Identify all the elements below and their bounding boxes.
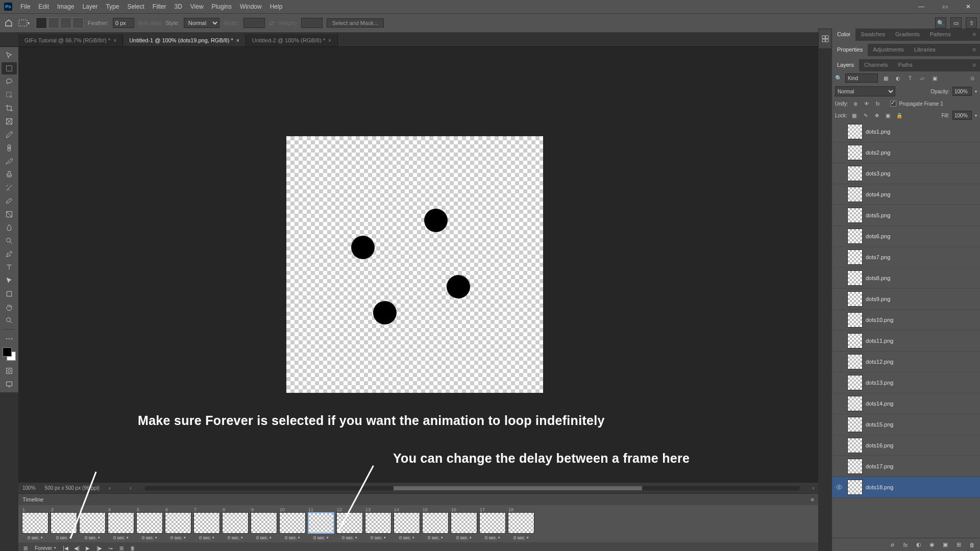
frame-delay[interactable]: 0 sec.▾ bbox=[342, 535, 357, 540]
gradient-tool[interactable] bbox=[2, 208, 17, 220]
style-select[interactable]: Normal bbox=[184, 18, 219, 28]
pen-tool[interactable] bbox=[2, 248, 17, 260]
lock-pixels-icon[interactable]: ✎ bbox=[862, 111, 870, 119]
layer-row[interactable]: dots4.png bbox=[832, 184, 980, 205]
layer-row[interactable]: dots5.png bbox=[832, 205, 980, 226]
brush-tool[interactable] bbox=[2, 155, 17, 167]
unify-visibility-icon[interactable]: 👁 bbox=[863, 99, 871, 108]
visibility-toggle[interactable] bbox=[834, 484, 844, 491]
marquee-preset-icon[interactable]: ▾ bbox=[18, 17, 30, 29]
share-icon[interactable]: ⇪ bbox=[966, 17, 977, 29]
frame-delay[interactable]: 0 sec.▾ bbox=[485, 535, 500, 540]
lock-transparent-icon[interactable]: ▦ bbox=[850, 111, 859, 119]
frame-delay[interactable]: 0 sec.▾ bbox=[142, 535, 157, 540]
frame-tool[interactable] bbox=[2, 115, 17, 128]
layer-row[interactable]: dots7.png bbox=[832, 247, 980, 268]
crop-tool[interactable] bbox=[2, 102, 17, 114]
timeline-frame[interactable]: 20 sec.▾ bbox=[50, 507, 78, 540]
workspace-icon[interactable]: ▭ bbox=[950, 17, 962, 29]
close-icon[interactable]: × bbox=[328, 38, 331, 43]
zoom-level[interactable]: 100% bbox=[22, 485, 36, 491]
lock-artboard-icon[interactable]: ▣ bbox=[884, 111, 892, 119]
layer-row[interactable]: dots16.png bbox=[832, 435, 980, 456]
timeline-frame[interactable]: 80 sec.▾ bbox=[222, 507, 249, 540]
tab-channels[interactable]: Channels bbox=[859, 59, 893, 71]
doc-tab-2[interactable]: Untitled-1 @ 100% (dots19.png, RGB/8) *× bbox=[123, 34, 246, 46]
filter-shape-icon[interactable]: ▱ bbox=[918, 73, 927, 83]
new-layer-icon[interactable]: ⊞ bbox=[954, 541, 963, 549]
selection-intersect[interactable] bbox=[72, 17, 84, 29]
doc-tab-3[interactable]: Untitled-2 @ 100% (RGB/8) *× bbox=[246, 34, 338, 46]
menu-type[interactable]: Type bbox=[102, 3, 123, 10]
lock-position-icon[interactable]: ✥ bbox=[873, 111, 881, 119]
foreground-color[interactable] bbox=[3, 347, 12, 357]
path-select-tool[interactable] bbox=[2, 274, 17, 287]
feather-input[interactable] bbox=[113, 18, 134, 28]
tab-gradients[interactable]: Gradients bbox=[890, 29, 925, 41]
frame-delay[interactable]: 0 sec.▾ bbox=[256, 535, 272, 540]
menu-image[interactable]: Image bbox=[53, 3, 78, 10]
menu-filter[interactable]: Filter bbox=[149, 3, 170, 10]
move-tool[interactable] bbox=[2, 49, 17, 61]
scroll-track[interactable] bbox=[145, 486, 799, 490]
timeline-frame[interactable]: 90 sec.▾ bbox=[250, 507, 278, 540]
timeline-frame[interactable]: 50 sec.▾ bbox=[136, 507, 163, 540]
delete-layer-icon[interactable]: 🗑 bbox=[968, 541, 976, 549]
layer-row[interactable]: dots10.png bbox=[832, 310, 980, 331]
prev-frame-icon[interactable]: ◀| bbox=[72, 544, 81, 551]
window-close[interactable]: ✕ bbox=[957, 0, 980, 13]
panel-menu-icon[interactable]: ≡ bbox=[969, 29, 980, 41]
selection-new[interactable] bbox=[36, 17, 47, 29]
home-icon[interactable] bbox=[3, 17, 14, 29]
artboard[interactable] bbox=[286, 136, 543, 393]
filter-pixel-icon[interactable]: ▦ bbox=[881, 73, 890, 83]
dodge-tool[interactable] bbox=[2, 235, 17, 247]
new-frame-icon[interactable]: ⊞ bbox=[117, 544, 126, 551]
layer-row[interactable]: dots11.png bbox=[832, 331, 980, 352]
panel-menu-icon[interactable]: ≡ bbox=[811, 496, 814, 503]
menu-view[interactable]: View bbox=[186, 3, 208, 10]
layer-row[interactable]: dots3.png bbox=[832, 163, 980, 184]
window-minimize[interactable]: — bbox=[910, 0, 933, 13]
quickmask-tool[interactable] bbox=[2, 365, 17, 377]
zoom-tool[interactable] bbox=[2, 314, 17, 327]
layer-row[interactable]: dots9.png bbox=[832, 289, 980, 310]
frame-delay[interactable]: 0 sec.▾ bbox=[85, 535, 100, 540]
doc-tab-1[interactable]: GIFs Tutorial @ 66.7% (RGB/8#) *× bbox=[18, 34, 123, 46]
menu-window[interactable]: Window bbox=[236, 3, 266, 10]
unify-style-icon[interactable]: fx bbox=[874, 99, 882, 108]
tab-adjustments[interactable]: Adjustments bbox=[868, 44, 909, 56]
edit-toolbar[interactable]: ⋯ bbox=[2, 332, 17, 344]
menu-3d[interactable]: 3D bbox=[170, 3, 186, 10]
timeline-frame[interactable]: 40 sec.▾ bbox=[107, 507, 135, 540]
menu-help[interactable]: Help bbox=[266, 3, 287, 10]
shape-tool[interactable] bbox=[2, 288, 17, 300]
layer-row[interactable]: dots15.png bbox=[832, 414, 980, 435]
frame-delay[interactable]: 0 sec.▾ bbox=[228, 535, 243, 540]
collapsed-panel-icon[interactable] bbox=[818, 29, 832, 49]
timeline-frame[interactable]: 60 sec.▾ bbox=[164, 507, 192, 540]
menu-plugins[interactable]: Plugins bbox=[208, 3, 236, 10]
canvas-area[interactable] bbox=[18, 47, 818, 482]
filter-smart-icon[interactable]: ▣ bbox=[930, 73, 939, 83]
stamp-tool[interactable] bbox=[2, 168, 17, 181]
close-icon[interactable]: × bbox=[113, 38, 116, 43]
type-tool[interactable] bbox=[2, 261, 17, 273]
next-frame-icon[interactable]: |▶ bbox=[95, 544, 103, 551]
object-select-tool[interactable] bbox=[2, 89, 17, 101]
timeline-frame[interactable]: 100 sec.▾ bbox=[279, 507, 306, 540]
unify-position-icon[interactable]: ⊕ bbox=[851, 99, 860, 108]
tab-color[interactable]: Color bbox=[832, 29, 855, 41]
tab-layers[interactable]: Layers bbox=[832, 59, 859, 71]
frame-delay[interactable]: 0 sec.▾ bbox=[28, 535, 43, 540]
layer-list[interactable]: dots1.pngdots2.pngdots3.pngdots4.pngdots… bbox=[832, 121, 980, 538]
healing-tool[interactable] bbox=[2, 142, 17, 154]
layer-row[interactable]: dots1.png bbox=[832, 121, 980, 142]
frame-delay[interactable]: 0 sec.▾ bbox=[456, 535, 472, 540]
layer-row[interactable]: dots8.png bbox=[832, 268, 980, 289]
convert-timeline-icon[interactable]: ⊞ bbox=[21, 544, 30, 551]
marquee-tool[interactable] bbox=[2, 62, 17, 74]
hand-tool[interactable] bbox=[2, 301, 17, 313]
selection-subtract[interactable] bbox=[60, 17, 71, 29]
frame-delay[interactable]: 0 sec.▾ bbox=[399, 535, 414, 540]
